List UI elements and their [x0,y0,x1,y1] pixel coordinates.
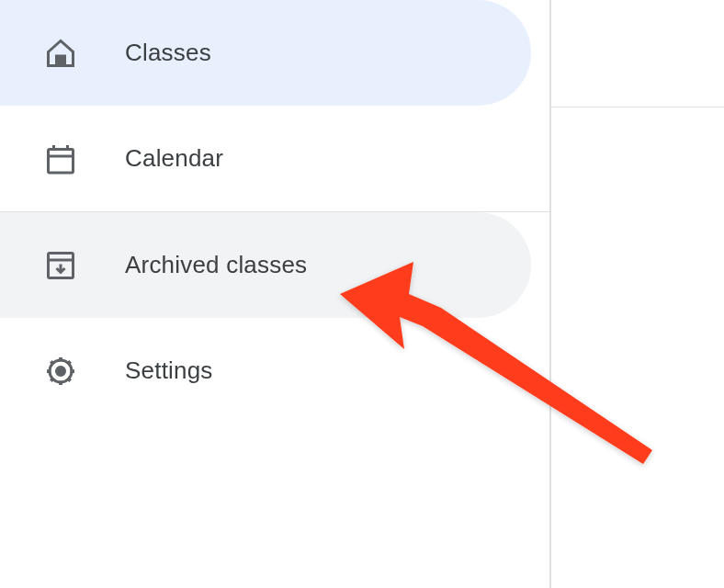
content-divider [551,107,724,107]
sidebar: Classes Calendar [0,0,551,588]
settings-icon [44,355,77,388]
nav-section-secondary: Archived classes Settings [0,212,549,424]
svg-rect-0 [57,56,65,66]
sidebar-item-settings[interactable]: Settings [0,318,531,424]
sidebar-item-calendar[interactable]: Calendar [0,106,531,211]
sidebar-item-label: Calendar [125,144,223,173]
svg-point-7 [57,367,65,375]
home-icon [44,37,77,70]
sidebar-item-classes[interactable]: Classes [0,0,531,106]
calendar-icon [44,142,77,175]
sidebar-item-label: Classes [125,39,211,67]
content-area [551,0,724,588]
sidebar-item-label: Settings [125,356,213,385]
sidebar-item-archived-classes[interactable]: Archived classes [0,212,531,318]
archive-icon [44,249,77,282]
nav-section-main: Classes Calendar [0,0,549,211]
svg-rect-1 [49,149,74,173]
sidebar-item-label: Archived classes [125,251,307,279]
